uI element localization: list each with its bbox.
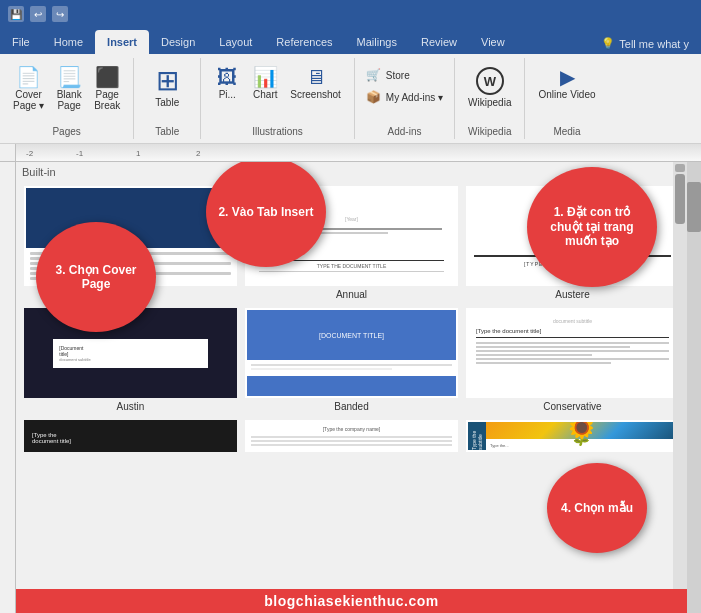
online-video-icon: ▶	[560, 67, 575, 87]
gallery-item-banded[interactable]: [DOCUMENT TITLE] Banded	[245, 308, 458, 412]
watermark: blogchiasekienthuc.com	[16, 589, 687, 613]
chart-icon: 📊	[253, 67, 278, 87]
svg-text:1: 1	[136, 149, 141, 158]
bubble-choose-cover: 3. Chọn Cover Page	[36, 222, 156, 332]
vertical-ruler-corner	[0, 144, 16, 161]
tab-mailings[interactable]: Mailings	[345, 30, 409, 54]
ribbon-content: 📄 CoverPage ▾ 📃 BlankPage ⬛ PageBreak Pa…	[0, 54, 701, 144]
ribbon-group-table: ⊞ Table Table	[134, 58, 201, 139]
save-icon[interactable]: 💾	[8, 6, 24, 22]
blank-page-icon: 📃	[57, 67, 82, 87]
table-icon: ⊞	[156, 67, 179, 95]
bubble-choose-template: 4. Chọn mẫu	[547, 463, 647, 553]
right-scrollbar[interactable]	[687, 162, 701, 613]
blank-page-button[interactable]: 📃 BlankPage	[51, 64, 87, 114]
ribbon-group-pages: 📄 CoverPage ▾ 📃 BlankPage ⬛ PageBreak Pa…	[0, 58, 134, 139]
tell-me-text: Tell me what y	[619, 38, 689, 50]
ribbon-tabs: File Home Insert Design Layout Reference…	[0, 28, 701, 54]
page-break-icon: ⬛	[95, 67, 120, 87]
my-addins-icon: 📦	[366, 89, 382, 105]
gallery-item-austin[interactable]: [Document title] document subtitle Austi…	[24, 308, 237, 412]
banded-thumb: [DOCUMENT TITLE]	[245, 308, 458, 398]
banded-name: Banded	[334, 401, 368, 412]
conservative-name: Conservative	[543, 401, 601, 412]
bubble-place-cursor: 1. Đặt con trỏ chuột tại trang muốn tạo	[527, 167, 657, 287]
row3-1-thumb: [Type thedocument title]	[24, 420, 237, 452]
document-area: Built-in	[16, 162, 687, 613]
illustrations-group-label: Illustrations	[252, 124, 303, 137]
online-video-button[interactable]: ▶ Online Video	[533, 64, 600, 103]
pictures-label: Pi...	[219, 89, 236, 100]
svg-text:-1: -1	[76, 149, 84, 158]
horizontal-ruler: -2 -1 1 2	[16, 144, 701, 161]
austere-name: Austere	[555, 289, 589, 300]
ribbon-group-illustrations: 🖼 Pi... 📊 Chart 🖥 Screenshot Illustratio…	[201, 58, 355, 139]
right-scroll-thumb[interactable]	[687, 182, 701, 232]
table-group-label: Table	[155, 124, 179, 137]
screenshot-button[interactable]: 🖥 Screenshot	[285, 64, 346, 103]
tab-view[interactable]: View	[469, 30, 517, 54]
table-button[interactable]: ⊞ Table	[142, 64, 192, 111]
ribbon-group-media: ▶ Online Video Media	[525, 58, 608, 139]
my-addins-label: My Add-ins ▾	[386, 92, 443, 103]
ribbon-group-wikipedia: W Wikipedia Wikipedia	[455, 58, 525, 139]
gallery-scrollbar[interactable]	[673, 162, 687, 613]
wikipedia-icon: W	[476, 67, 504, 95]
blank-page-label: BlankPage	[57, 89, 82, 111]
media-group-label: Media	[553, 124, 580, 137]
ruler-area: -2 -1 1 2	[0, 144, 701, 162]
tab-references[interactable]: References	[264, 30, 344, 54]
side-ruler	[0, 162, 16, 613]
tab-review[interactable]: Review	[409, 30, 469, 54]
cover-page-label: CoverPage ▾	[13, 89, 44, 111]
page-break-button[interactable]: ⬛ PageBreak	[89, 64, 125, 114]
online-video-label: Online Video	[538, 89, 595, 100]
pictures-button[interactable]: 🖼 Pi...	[209, 64, 245, 103]
annual-name: Annual	[336, 289, 367, 300]
gallery-item-row3-1[interactable]: [Type thedocument title]	[24, 420, 237, 455]
table-label: Table	[155, 97, 179, 108]
wikipedia-group-label: Wikipedia	[468, 124, 511, 137]
tab-home[interactable]: Home	[42, 30, 95, 54]
chart-label: Chart	[253, 89, 277, 100]
cover-page-button[interactable]: 📄 CoverPage ▾	[8, 64, 49, 114]
cover-page-icon: 📄	[16, 67, 41, 87]
main-area: Built-in	[0, 162, 701, 613]
tab-file[interactable]: File	[0, 30, 42, 54]
my-addins-button[interactable]: 📦 My Add-ins ▾	[363, 88, 446, 106]
svg-text:2: 2	[196, 149, 201, 158]
store-icon: 🛒	[366, 67, 382, 83]
title-bar: 💾 ↩ ↪	[0, 0, 701, 28]
gallery-item-row3-2[interactable]: [Type the company name]	[245, 420, 458, 455]
redo-icon[interactable]: ↪	[52, 6, 68, 22]
bubble-tab-insert: 2. Vào Tab Insert	[206, 162, 326, 267]
wikipedia-button[interactable]: W Wikipedia	[463, 64, 516, 111]
tab-layout[interactable]: Layout	[207, 30, 264, 54]
tab-insert[interactable]: Insert	[95, 30, 149, 54]
store-button[interactable]: 🛒 Store	[363, 66, 446, 84]
addins-group-label: Add-ins	[388, 124, 422, 137]
screenshot-label: Screenshot	[290, 89, 341, 100]
gallery-item-conservative[interactable]: document subtitle [Type the document tit…	[466, 308, 679, 412]
svg-text:-2: -2	[26, 149, 34, 158]
tab-design[interactable]: Design	[149, 30, 207, 54]
tell-me-box[interactable]: 💡 Tell me what y	[589, 33, 701, 54]
chart-button[interactable]: 📊 Chart	[247, 64, 283, 103]
gallery-item-row3-3[interactable]: Type the subtitle 🌻 Type the...	[466, 420, 679, 455]
ribbon-group-addins: 🛒 Store 📦 My Add-ins ▾ Add-ins	[355, 58, 455, 139]
conservative-thumb: document subtitle [Type the document tit…	[466, 308, 679, 398]
row3-2-thumb: [Type the company name]	[245, 420, 458, 452]
austin-name: Austin	[117, 401, 145, 412]
pictures-icon: 🖼	[217, 67, 237, 87]
page-break-label: PageBreak	[94, 89, 120, 111]
undo-icon[interactable]: ↩	[30, 6, 46, 22]
lightbulb-icon: 💡	[601, 37, 615, 50]
store-label: Store	[386, 70, 410, 81]
wikipedia-label: Wikipedia	[468, 97, 511, 108]
screenshot-icon: 🖥	[306, 67, 326, 87]
pages-group-label: Pages	[52, 124, 80, 137]
row3-3-thumb: Type the subtitle 🌻 Type the...	[466, 420, 679, 452]
